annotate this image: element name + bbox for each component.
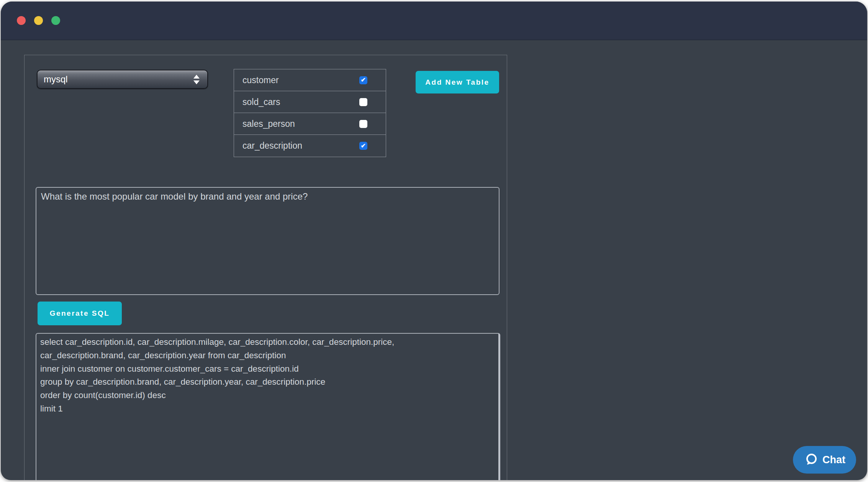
table-name-label: sales_person xyxy=(242,119,359,129)
table-checkbox[interactable] xyxy=(359,76,367,84)
table-list: customer sold_cars sales_person car_desc… xyxy=(234,69,386,157)
table-name-label: customer xyxy=(242,75,359,85)
table-row: sales_person xyxy=(234,113,386,135)
zoom-window-button[interactable] xyxy=(51,16,60,25)
window-titlebar xyxy=(1,2,867,40)
arrow-down-icon xyxy=(193,80,200,84)
select-spinner-icon xyxy=(193,75,202,84)
add-new-table-button[interactable]: Add New Table xyxy=(416,71,499,93)
database-select[interactable]: mysql xyxy=(37,70,208,89)
sql-output[interactable]: select car_description.id, car_descripti… xyxy=(36,333,500,480)
generate-sql-button[interactable]: Generate SQL xyxy=(38,302,122,325)
chat-button-label: Chat xyxy=(822,454,845,466)
minimize-window-button[interactable] xyxy=(34,16,43,25)
table-row: customer xyxy=(234,69,386,91)
table-row: sold_cars xyxy=(234,91,386,113)
main-panel: mysql customer sold_cars sales_person ca… xyxy=(24,55,507,480)
table-row: car_description xyxy=(234,135,386,157)
table-checkbox[interactable] xyxy=(359,120,367,128)
chat-bubble-icon xyxy=(804,452,818,467)
close-window-button[interactable] xyxy=(17,16,26,25)
table-name-label: car_description xyxy=(242,141,359,151)
arrow-up-icon xyxy=(193,75,200,79)
chat-button[interactable]: Chat xyxy=(793,446,856,474)
table-name-label: sold_cars xyxy=(242,97,359,107)
table-checkbox[interactable] xyxy=(359,142,367,150)
app-window: mysql customer sold_cars sales_person ca… xyxy=(1,2,867,480)
question-input[interactable]: What is the most popular car model by br… xyxy=(36,187,500,295)
table-checkbox[interactable] xyxy=(359,98,367,106)
database-select-value: mysql xyxy=(44,74,68,85)
